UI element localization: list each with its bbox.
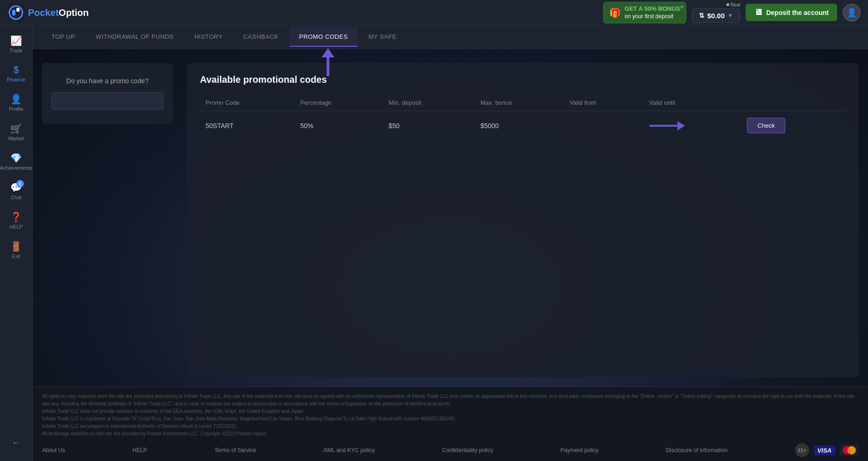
account-type-badge: Real <box>726 2 740 7</box>
sidebar-item-label-finance: Finance <box>7 77 25 82</box>
footer: All rights to copy materials from this s… <box>33 387 868 461</box>
sidebar: 📈 Trade $ Finance 👤 Profile 🛒 Market 💎 A… <box>0 26 33 461</box>
sidebar-item-exit[interactable]: 🚪 Exit <box>1 236 31 264</box>
logo-text: PocketOption <box>28 7 89 18</box>
footer-legal-5: All brokerage activities on this site ar… <box>42 430 859 438</box>
sidebar-item-label-help: HELP <box>9 224 23 230</box>
valid-from-value <box>564 111 643 140</box>
tab-topup[interactable]: TOP UP <box>42 28 85 47</box>
sidebar-item-label-exit: Exit <box>12 253 20 259</box>
trade-icon: 📈 <box>10 35 22 46</box>
promo-input-label: Do you have a promo code? <box>66 77 149 85</box>
footer-legal-2: Infinite Trade LLC does not provide serv… <box>42 408 859 415</box>
sidebar-item-trade[interactable]: 📈 Trade <box>1 30 31 58</box>
content-area: TOP UP WITHDRAWAL OF FUNDS HISTORY CASHB… <box>33 26 868 461</box>
col-min-deposit: Min. deposit <box>383 94 475 111</box>
footer-link-help[interactable]: HELP <box>133 447 147 454</box>
footer-link-payment[interactable]: Payment policy <box>561 447 598 454</box>
col-action <box>741 94 846 111</box>
logo-area: PocketOption <box>7 4 89 21</box>
valid-until-value <box>644 111 741 140</box>
topnav-right: 🎁 GET A 50% BONUS on your first deposit … <box>603 2 861 23</box>
balance-dropdown-icon[interactable]: ▼ <box>727 12 733 19</box>
footer-links: About Us HELP Terms of Service AML and K… <box>42 443 859 457</box>
footer-link-tos[interactable]: Terms of Service <box>214 447 256 454</box>
sidebar-item-label-profile: Profile <box>9 106 23 112</box>
close-bonus-icon[interactable]: ✕ <box>680 4 684 10</box>
sidebar-item-finance[interactable]: $ Finance <box>1 60 31 87</box>
visa-icon: VISA <box>814 446 835 455</box>
sidebar-back-arrow[interactable]: ← <box>7 432 26 453</box>
svg-rect-2 <box>12 10 15 15</box>
promo-code-input[interactable] <box>51 92 164 110</box>
mastercard-icon <box>840 444 859 456</box>
bonus-banner[interactable]: 🎁 GET A 50% BONUS on your first deposit … <box>603 2 686 23</box>
deposit-icon: 🖥 <box>754 7 762 17</box>
deposit-button[interactable]: 🖥 Deposit the account <box>746 4 837 21</box>
action-cell: Check <box>741 111 846 140</box>
sidebar-item-market[interactable]: 🛒 Market <box>1 118 31 146</box>
balance-button[interactable]: ⇅ $0.00 ▼ <box>692 8 740 23</box>
tab-cashback[interactable]: CASHBACK <box>234 28 288 47</box>
tabs-bar: TOP UP WITHDRAWAL OF FUNDS HISTORY CASHB… <box>33 26 868 49</box>
footer-link-disclosure[interactable]: Disclosure of information <box>666 447 727 454</box>
row-arrow-annotation <box>649 121 736 130</box>
min-deposit-value: $50 <box>383 111 475 140</box>
tab-mysafe[interactable]: MY SAFE <box>359 28 406 47</box>
svg-rect-3 <box>16 8 20 12</box>
arrow-head <box>677 121 685 130</box>
avatar-button[interactable]: 👤 <box>843 4 861 22</box>
arrow-line <box>649 125 677 127</box>
promo-table-head: Promo Code Percentage Min. deposit Max. … <box>200 94 846 111</box>
footer-link-confidentiality[interactable]: Confidentiality policy <box>442 447 493 454</box>
achievements-icon: 💎 <box>10 152 22 164</box>
exit-icon: 🚪 <box>10 241 22 252</box>
table-row: 50START 50% $50 $5000 <box>200 111 846 140</box>
market-icon: 🛒 <box>10 123 22 134</box>
logo-icon <box>7 4 24 21</box>
promo-table: Promo Code Percentage Min. deposit Max. … <box>200 94 846 140</box>
promo-table-panel: Available promotional codes Promo Code P… <box>187 63 859 377</box>
tab-promo[interactable]: PROMO CODES <box>290 28 357 47</box>
check-button[interactable]: Check <box>747 118 786 133</box>
col-valid-until: Valid until <box>644 94 741 111</box>
col-percentage: Percentage <box>295 94 383 111</box>
footer-link-about[interactable]: About Us <box>42 447 65 454</box>
percentage-value: 50% <box>295 111 383 140</box>
sidebar-item-achievements[interactable]: 💎 Achievements <box>1 148 31 175</box>
footer-legal-1: All rights to copy materials from this s… <box>42 393 859 408</box>
bonus-banner-text: GET A 50% BONUS on your first deposit <box>625 5 680 20</box>
max-bonus-value: $5000 <box>475 111 564 140</box>
footer-link-aml[interactable]: AML and KYC policy <box>324 447 375 454</box>
up-arrow-head <box>321 48 334 58</box>
sidebar-item-chat[interactable]: 💬 6 Chat <box>1 177 31 205</box>
finance-icon: $ <box>14 65 19 75</box>
col-promo-code: Promo Code <box>200 94 295 111</box>
age-badge: 21+ <box>795 443 809 457</box>
topnav: PocketOption 🎁 GET A 50% BONUS on your f… <box>0 0 868 26</box>
col-max-bonus: Max. bonus <box>475 94 564 111</box>
tab-arrow-annotation <box>321 48 334 76</box>
avatar-icon: 👤 <box>847 7 857 18</box>
promo-table-title: Available promotional codes <box>200 74 846 85</box>
page-body: Do you have a promo code? Available prom… <box>33 49 868 387</box>
sidebar-item-label-achievements: Achievements <box>0 165 32 171</box>
main-layout: 📈 Trade $ Finance 👤 Profile 🛒 Market 💎 A… <box>0 26 868 461</box>
col-valid-from: Valid from <box>564 94 643 111</box>
footer-legal-3: Infinite Trade LLC is registered at Repu… <box>42 415 859 423</box>
balance-value: $0.00 <box>707 12 725 20</box>
sidebar-item-label-market: Market <box>8 136 24 141</box>
tab-withdrawal[interactable]: WITHDRAWAL OF FUNDS <box>86 28 183 47</box>
profile-icon: 👤 <box>10 94 22 105</box>
tab-history[interactable]: HISTORY <box>185 28 232 47</box>
footer-legal-4: Infinite Trade LLC регулируется Internat… <box>42 423 859 430</box>
sidebar-item-profile[interactable]: 👤 Profile <box>1 89 31 116</box>
sidebar-item-label-trade: Trade <box>9 48 22 53</box>
sidebar-item-label-chat: Chat <box>11 194 21 200</box>
footer-legal: All rights to copy materials from this s… <box>42 393 859 438</box>
chat-badge: 6 <box>16 180 24 187</box>
promo-input-panel: Do you have a promo code? <box>42 63 173 124</box>
up-arrow-body <box>327 58 329 76</box>
promo-code-value: 50START <box>200 111 295 140</box>
sidebar-item-help[interactable]: ❓ HELP <box>1 207 31 234</box>
